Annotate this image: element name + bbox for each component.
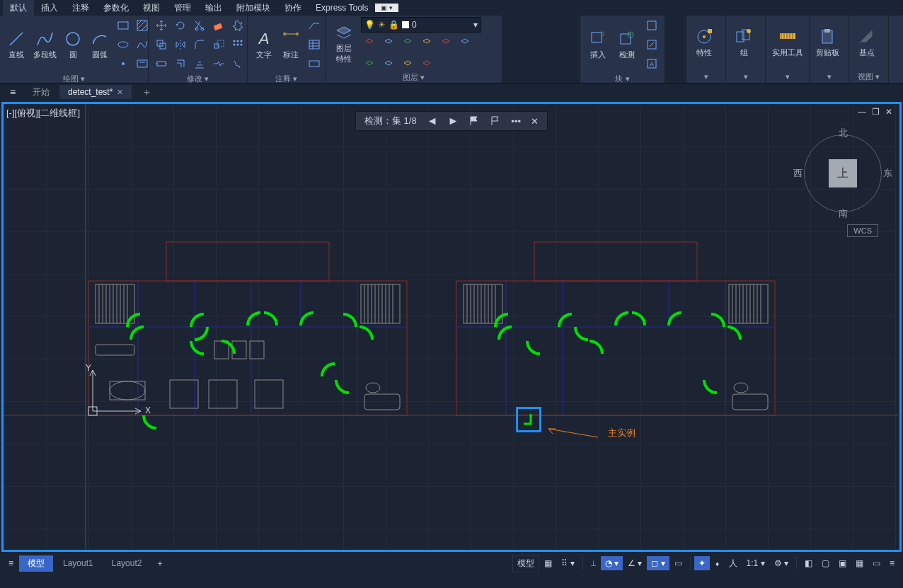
anno-icon[interactable]: ✦	[694, 556, 710, 570]
layer-c[interactable]	[399, 54, 416, 71]
menu-view[interactable]: 视图	[136, 0, 167, 16]
tool-point[interactable]	[115, 55, 132, 72]
layer-a[interactable]	[361, 54, 378, 71]
tool-util[interactable]: 实用工具	[770, 26, 805, 59]
viewport-title[interactable]: [-][俯视][二维线框]	[6, 107, 80, 120]
status-c[interactable]: ▣	[834, 556, 851, 570]
layer-prev[interactable]	[456, 35, 473, 52]
menu-output[interactable]: 输出	[198, 0, 229, 16]
menu-addons[interactable]: 附加模块	[229, 0, 277, 16]
snap-icon[interactable]: ⠿ ▾	[557, 556, 578, 570]
tool-insert-block[interactable]: 插入	[585, 28, 611, 62]
tool-table[interactable]	[306, 36, 323, 53]
tool-move[interactable]	[153, 17, 170, 34]
panel-layers-label[interactable]: 图层 ▾	[326, 72, 502, 83]
viewport[interactable]: [-][俯视][二维线框] — ❐ ✕ 检测：集 1/8 ◄ ► ••• ✕ 北…	[1, 102, 902, 552]
tool-text[interactable]: A 文字	[252, 28, 276, 62]
tool-props[interactable]: 特性	[691, 26, 718, 59]
layer-freeze[interactable]	[380, 35, 397, 52]
osnap-icon[interactable]: ◻ ▾	[647, 556, 669, 570]
tool-base[interactable]: 基点	[853, 26, 880, 59]
menu-default[interactable]: 默认	[3, 0, 34, 16]
status-menu[interactable]: ≡	[885, 556, 899, 570]
status-tab-layout2[interactable]: Layout2	[103, 556, 151, 570]
layer-off[interactable]	[361, 35, 378, 52]
view-cube[interactable]: 北 南 西 东 上	[800, 131, 885, 216]
tool-stretch[interactable]	[153, 55, 170, 72]
compass-east[interactable]: 东	[883, 167, 892, 180]
tool-polyline[interactable]: 多段线	[31, 28, 58, 62]
tool-line[interactable]: 直线	[4, 28, 28, 62]
tool-trim[interactable]	[191, 17, 208, 34]
block-create[interactable]	[643, 17, 660, 34]
anno3-icon[interactable]: 人	[725, 555, 742, 572]
isoplane-icon[interactable]: ∠ ▾	[623, 556, 646, 570]
tool-dim[interactable]: 标注	[279, 28, 303, 62]
tool-break[interactable]	[210, 55, 227, 72]
hamburger-icon[interactable]: ≡	[3, 86, 23, 98]
nav-more-icon[interactable]: •••	[508, 115, 524, 128]
nav-flag-icon[interactable]	[466, 114, 483, 128]
tool-leader[interactable]	[306, 17, 323, 34]
tool-clip[interactable]: 剪贴板	[814, 26, 841, 59]
status-tab-model[interactable]: 模型	[19, 555, 53, 572]
tab-new[interactable]: ＋	[133, 83, 161, 101]
menu-express[interactable]: Express Tools	[309, 1, 375, 15]
tool-explode[interactable]	[229, 17, 246, 34]
status-model-btn[interactable]: 模型	[512, 555, 539, 572]
menu-overflow[interactable]: ▣ ▾	[375, 4, 398, 12]
tool-rect[interactable]	[115, 17, 132, 34]
status-tab-add[interactable]: ＋	[151, 555, 168, 572]
layer-dropdown[interactable]: 💡 ☀ 🔒 0 ▾	[361, 17, 481, 33]
tool-copy[interactable]	[153, 36, 170, 53]
grid-icon[interactable]: ▦	[540, 556, 556, 570]
tool-scale[interactable]	[210, 36, 227, 53]
tool-rotate[interactable]	[172, 17, 189, 34]
layer-match[interactable]	[437, 35, 454, 52]
nav-close-icon[interactable]: ✕	[528, 115, 541, 128]
tool-fillet[interactable]	[191, 36, 208, 53]
status-b[interactable]: ▢	[817, 556, 834, 570]
tool-arc[interactable]: 圆弧	[88, 28, 112, 62]
tool-offset[interactable]	[172, 55, 189, 72]
tool-layer-props[interactable]: 图层 特性	[330, 22, 358, 66]
status-tab-layout1[interactable]: Layout1	[54, 556, 102, 570]
menu-parametric[interactable]: 参数化	[96, 0, 136, 16]
close-icon[interactable]: ✕	[117, 88, 123, 97]
status-d[interactable]: ▦	[851, 556, 868, 570]
scale-display[interactable]: 1:1 ▾	[742, 556, 769, 570]
panel-block-label[interactable]: 块 ▾	[580, 74, 665, 84]
minimize-icon[interactable]: —	[858, 107, 866, 117]
layer-lock[interactable]	[399, 35, 416, 52]
nav-next[interactable]: ►	[445, 113, 462, 129]
compass-west[interactable]: 西	[793, 167, 803, 180]
panel-draw-label[interactable]: 绘图 ▾	[0, 74, 148, 84]
block-edit[interactable]	[643, 36, 660, 53]
tool-array[interactable]	[229, 36, 246, 53]
tab-start[interactable]: 开始	[24, 84, 58, 100]
menu-manage[interactable]: 管理	[167, 0, 198, 16]
tool-align[interactable]	[191, 55, 208, 72]
nav-flag2-icon[interactable]	[487, 114, 504, 128]
tab-document[interactable]: detect_test* ✕	[59, 85, 132, 99]
tool-erase[interactable]	[210, 17, 227, 34]
status-hamburger[interactable]: ≡	[4, 556, 18, 570]
layer-d[interactable]	[418, 54, 435, 71]
tool-field[interactable]	[306, 55, 323, 72]
tool-mirror[interactable]	[172, 36, 189, 53]
tool-ellipse[interactable]	[115, 36, 132, 53]
compass-north[interactable]: 北	[839, 127, 848, 139]
tool-group[interactable]: 组	[730, 26, 757, 59]
tool-circle[interactable]: 圆	[61, 28, 85, 62]
menu-annotate[interactable]: 注释	[65, 0, 96, 16]
tool-join[interactable]	[229, 55, 246, 72]
wcs-label[interactable]: WCS	[847, 224, 878, 237]
layer-b[interactable]	[380, 54, 397, 71]
layer-iso[interactable]	[418, 35, 435, 52]
anno2-icon[interactable]: ⬧	[711, 556, 724, 570]
status-e[interactable]: ▭	[868, 556, 885, 570]
tool-detect[interactable]: 检测	[614, 28, 641, 62]
panel-annotate-label[interactable]: 注释 ▾	[248, 74, 325, 84]
otrack-icon[interactable]: ▭	[670, 556, 686, 570]
panel-modify-label[interactable]: 修改 ▾	[149, 74, 247, 84]
